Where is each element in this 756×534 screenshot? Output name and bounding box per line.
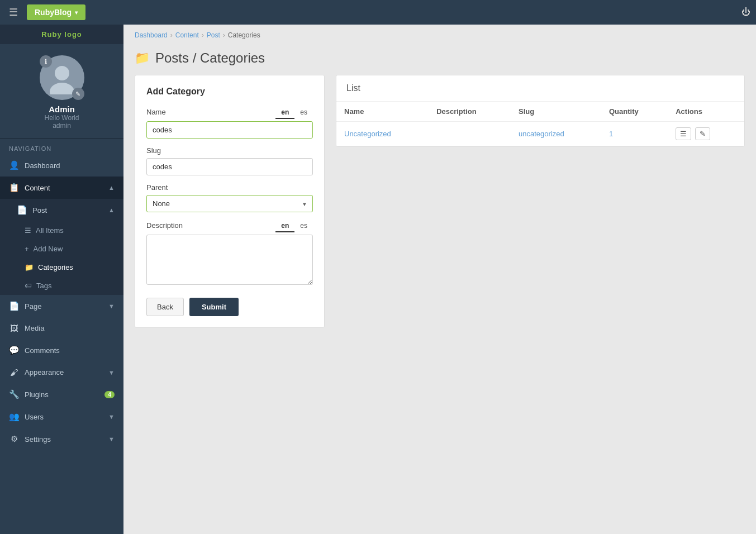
sidebar-item-add-new[interactable]: + Add New: [0, 240, 123, 258]
list-panel: List Name Description Slug Quantity Acti…: [336, 75, 745, 147]
parent-select[interactable]: None: [146, 195, 313, 212]
sidebar-item-post[interactable]: 📄 Post ▲: [0, 199, 123, 221]
description-textarea[interactable]: [146, 235, 313, 285]
sidebar-item-tags[interactable]: 🏷 Tags: [0, 276, 123, 295]
sidebar-item-label: Plugins: [25, 390, 49, 399]
row-name-link[interactable]: Uncategorized: [344, 130, 391, 138]
table-row: Uncategorized uncategorized 1 ☰: [336, 122, 744, 146]
sidebar-item-label: Page: [25, 302, 41, 311]
tags-icon: 🏷: [25, 282, 32, 290]
description-label: Description: [146, 221, 183, 230]
back-button[interactable]: Back: [146, 298, 184, 316]
sidebar-item-label: All Items: [36, 226, 64, 235]
content-caret-icon: ▲: [108, 184, 115, 191]
nav-section-label: Navigation: [0, 139, 123, 154]
sidebar-item-label: Settings: [25, 435, 51, 444]
list-action-button[interactable]: ☰: [676, 127, 691, 140]
sidebar-item-media[interactable]: 🖼 Media: [0, 317, 123, 339]
post-caret-icon: ▲: [108, 207, 115, 213]
sidebar-item-dashboard[interactable]: 👤 Dashboard: [0, 154, 123, 177]
sidebar-item-appearance[interactable]: 🖌 Appearance ▼: [0, 361, 123, 383]
row-quantity-link[interactable]: 1: [609, 130, 613, 138]
row-actions: ☰ ✎: [668, 122, 744, 146]
sidebar-item-label: Appearance: [25, 368, 64, 376]
breadcrumb-post[interactable]: Post: [207, 31, 220, 39]
sidebar-logo: Ruby logo: [0, 25, 123, 44]
name-lang-es[interactable]: es: [294, 107, 313, 119]
brand-label: RubyBlog: [35, 8, 72, 17]
desc-lang-tabs: en es: [275, 220, 313, 232]
name-input[interactable]: [146, 121, 313, 139]
row-description: [429, 122, 511, 146]
appearance-icon: 🖌: [9, 368, 19, 377]
media-icon: 🖼: [9, 323, 19, 333]
post-submenu: 📄 Post ▲ ☰ All Items + Add New 📁 Categor…: [0, 199, 123, 295]
name-lang-tabs: en es: [275, 107, 313, 119]
row-slug: uncategorized: [511, 122, 601, 146]
breadcrumb-dashboard[interactable]: Dashboard: [135, 31, 168, 39]
col-slug: Slug: [511, 102, 601, 122]
page-header: 📁 Posts / Categories: [123, 46, 756, 75]
categories-icon: 📁: [25, 263, 34, 271]
all-items-icon: ☰: [25, 226, 31, 235]
row-quantity: 1: [601, 122, 668, 146]
sidebar-item-label: Content: [25, 184, 50, 192]
name-lang-en[interactable]: en: [275, 107, 294, 119]
profile-sub1: Hello World: [45, 114, 79, 122]
slug-field-group: Slug: [146, 146, 313, 175]
sidebar-item-users[interactable]: 👥 Users ▼: [0, 406, 123, 428]
power-icon[interactable]: ⏻: [741, 7, 750, 17]
breadcrumb-sep1: ›: [170, 31, 173, 39]
breadcrumb: Dashboard › Content › Post › Categories: [123, 25, 756, 46]
col-description: Description: [429, 102, 511, 122]
desc-lang-en[interactable]: en: [275, 220, 294, 232]
sidebar-item-page[interactable]: 📄 Page ▼: [0, 295, 123, 317]
page-caret-icon: ▼: [108, 303, 115, 309]
edit-icon[interactable]: ✎: [72, 88, 84, 100]
desc-lang-es[interactable]: es: [294, 220, 313, 232]
list-panel-header: List: [336, 75, 744, 102]
breadcrumb-sep3: ›: [223, 31, 225, 39]
sidebar-item-label: Media: [25, 324, 44, 332]
add-new-icon: +: [25, 245, 29, 253]
brand-button[interactable]: RubyBlog ▾: [27, 4, 85, 20]
sidebar-item-settings[interactable]: ⚙ Settings ▼: [0, 428, 123, 450]
list-panel-title: List: [346, 83, 360, 93]
plugins-badge: 4: [104, 391, 115, 398]
settings-icon: ⚙: [9, 434, 19, 444]
sidebar-item-label: Add New: [34, 245, 63, 253]
name-field-group: Name en es: [146, 107, 313, 139]
breadcrumb-sep2: ›: [202, 31, 204, 39]
edit-action-button[interactable]: ✎: [695, 127, 710, 140]
sidebar-item-plugins[interactable]: 🔧 Plugins 4: [0, 383, 123, 406]
sidebar-item-content[interactable]: 📋 Content ▲: [0, 177, 123, 199]
table-header-row: Name Description Slug Quantity Actions: [336, 102, 744, 122]
main-content: Dashboard › Content › Post › Categories …: [123, 25, 756, 534]
sidebar-item-comments[interactable]: 💬 Comments: [0, 339, 123, 361]
parent-label: Parent: [146, 183, 313, 192]
info-icon[interactable]: ℹ: [40, 55, 52, 68]
breadcrumb-content[interactable]: Content: [175, 31, 199, 39]
slug-label: Slug: [146, 146, 313, 155]
hamburger-icon[interactable]: ☰: [6, 3, 21, 22]
dashboard-icon: 👤: [9, 160, 19, 170]
sidebar-item-categories[interactable]: 📁 Categories: [0, 258, 123, 276]
description-field-group: Description en es: [146, 220, 313, 287]
table-body: Uncategorized uncategorized 1 ☰: [336, 122, 744, 146]
content-area: Add Category Name en es Slug: [123, 75, 756, 339]
plugins-icon: 🔧: [9, 389, 19, 399]
page-folder-icon: 📁: [135, 51, 150, 65]
users-icon: 👥: [9, 412, 19, 422]
col-quantity: Quantity: [601, 102, 668, 122]
add-category-title: Add Category: [146, 87, 313, 97]
sidebar-item-label: Comments: [25, 346, 60, 355]
name-label: Name: [146, 108, 166, 116]
submit-button[interactable]: Submit: [189, 298, 239, 316]
slug-input[interactable]: [146, 158, 313, 175]
page-title: Posts / Categories: [155, 50, 265, 66]
sidebar-item-all-items[interactable]: ☰ All Items: [0, 221, 123, 240]
content-icon: 📋: [9, 183, 19, 193]
sidebar-item-label: Dashboard: [25, 161, 60, 170]
row-slug-link[interactable]: uncategorized: [519, 130, 564, 138]
page-icon: 📄: [9, 301, 19, 311]
